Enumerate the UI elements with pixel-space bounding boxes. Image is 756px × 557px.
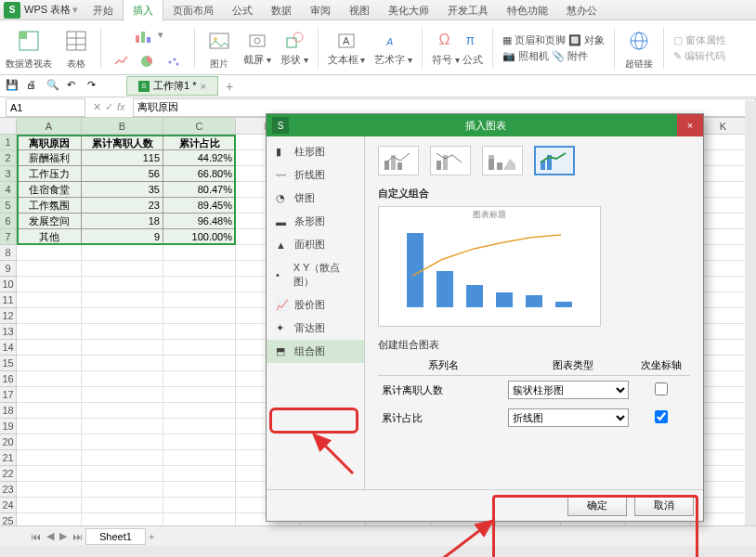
close-icon[interactable]: × xyxy=(200,81,205,92)
cell[interactable] xyxy=(17,324,82,340)
ribbon-pivot-table[interactable]: 数据透视表 xyxy=(6,26,52,71)
row-header[interactable]: 11 xyxy=(0,292,17,308)
chart-type-item[interactable]: ✦雷达图 xyxy=(267,317,364,340)
name-box[interactable]: A1 xyxy=(6,98,85,117)
row-header[interactable]: 4 xyxy=(0,182,17,198)
cell[interactable]: 工作氛围 xyxy=(17,198,82,214)
row-header[interactable]: 22 xyxy=(0,466,17,482)
cell[interactable] xyxy=(163,403,236,419)
cell[interactable] xyxy=(163,308,236,324)
col-header-A[interactable]: A xyxy=(17,118,82,134)
cell[interactable] xyxy=(82,308,163,324)
cell[interactable]: 工作压力 xyxy=(17,166,82,182)
sheet-tab[interactable]: Sheet1 xyxy=(85,528,146,545)
row-header[interactable]: 12 xyxy=(0,308,17,324)
row-header[interactable]: 15 xyxy=(0,356,17,371)
dialog-titlebar[interactable]: S 插入图表 × xyxy=(267,114,703,136)
cell[interactable]: 发展空间 xyxy=(17,214,82,229)
cell[interactable]: 100.00% xyxy=(163,229,236,245)
ribbon-wordart[interactable]: A 艺术字 ▾ xyxy=(374,29,412,67)
doc-tab[interactable]: S 工作簿1 * × xyxy=(126,76,218,96)
cell[interactable] xyxy=(82,356,163,371)
menu-tab-慧办公[interactable]: 慧办公 xyxy=(557,0,606,21)
cancel-button[interactable]: 取消 xyxy=(634,496,694,516)
row-header[interactable]: 2 xyxy=(0,150,17,166)
cell[interactable]: 累计离职人数 xyxy=(82,135,163,150)
cell[interactable]: 薪酬福利 xyxy=(17,150,82,166)
cell[interactable] xyxy=(17,434,82,450)
cell[interactable] xyxy=(17,292,82,308)
row-header[interactable]: 23 xyxy=(0,482,17,498)
cell[interactable] xyxy=(17,308,82,324)
row-header[interactable]: 19 xyxy=(0,419,17,434)
subtype-thumb[interactable] xyxy=(430,146,471,175)
cell[interactable] xyxy=(82,403,163,419)
cell[interactable] xyxy=(82,419,163,434)
row-header[interactable]: 6 xyxy=(0,214,17,229)
series-type-select[interactable]: 簇状柱形图 xyxy=(508,381,629,399)
cell[interactable] xyxy=(82,466,163,482)
cell[interactable]: 23 xyxy=(82,198,163,214)
cell[interactable]: 89.45% xyxy=(163,198,236,214)
ribbon-screenshot[interactable]: 截屏 ▾ xyxy=(243,29,271,67)
confirm-fx-icon[interactable]: ✓ xyxy=(105,101,113,113)
cell[interactable] xyxy=(17,340,82,356)
cell[interactable] xyxy=(163,277,236,292)
row-header[interactable]: 24 xyxy=(0,498,17,513)
menu-tab-审阅[interactable]: 审阅 xyxy=(301,0,340,21)
app-dropdown-icon[interactable]: ▾ xyxy=(72,4,78,16)
cell[interactable] xyxy=(163,466,236,482)
cell[interactable] xyxy=(163,340,236,356)
chart-type-item[interactable]: •X Y（散点图） xyxy=(267,256,364,293)
row-header[interactable]: 20 xyxy=(0,434,17,450)
cancel-fx-icon[interactable]: ✕ xyxy=(93,101,101,113)
ribbon-picture[interactable]: 图片 xyxy=(204,26,234,71)
cell[interactable] xyxy=(82,387,163,403)
cell[interactable] xyxy=(163,245,236,261)
cell[interactable] xyxy=(17,403,82,419)
menu-tab-数据[interactable]: 数据 xyxy=(262,0,301,21)
cell[interactable] xyxy=(17,261,82,277)
chart-type-item[interactable]: ◔饼图 xyxy=(267,187,364,210)
menu-tab-公式[interactable]: 公式 xyxy=(223,0,262,21)
cell[interactable]: 累计占比 xyxy=(163,135,236,150)
cell[interactable] xyxy=(82,498,163,513)
row-header[interactable]: 21 xyxy=(0,450,17,466)
ribbon-header-footer-group[interactable]: ▦页眉和页脚 🔲对象 📷照相机 📎附件 xyxy=(502,33,605,63)
new-sheet-button[interactable]: + xyxy=(146,531,157,542)
subtype-thumb-selected[interactable] xyxy=(534,146,575,175)
cell[interactable] xyxy=(82,245,163,261)
select-all-corner[interactable] xyxy=(0,118,17,134)
menu-tab-插入[interactable]: 插入 xyxy=(123,0,163,21)
cell[interactable] xyxy=(82,292,163,308)
ok-button[interactable]: 确定 xyxy=(567,496,627,516)
cell[interactable] xyxy=(163,356,236,371)
sheet-nav-last[interactable]: ⏭ xyxy=(70,531,85,542)
row-header[interactable]: 7 xyxy=(0,229,17,245)
cell[interactable] xyxy=(163,324,236,340)
cell[interactable] xyxy=(163,419,236,434)
row-header[interactable]: 1 xyxy=(0,135,17,150)
menu-tab-视图[interactable]: 视图 xyxy=(340,0,379,21)
preview-icon[interactable]: 🔍 xyxy=(46,79,61,94)
cell[interactable] xyxy=(163,371,236,387)
redo-icon[interactable]: ↷ xyxy=(87,79,102,94)
menu-tab-开始[interactable]: 开始 xyxy=(84,0,123,21)
cell[interactable]: 其他 xyxy=(17,229,82,245)
subtype-thumb[interactable] xyxy=(482,146,523,175)
row-header[interactable]: 16 xyxy=(0,371,17,387)
undo-icon[interactable]: ↶ xyxy=(67,79,82,94)
cell[interactable]: 离职原因 xyxy=(17,135,82,150)
cell[interactable] xyxy=(17,450,82,466)
cell[interactable]: 住宿食堂 xyxy=(17,182,82,198)
menu-tab-美化大师[interactable]: 美化大师 xyxy=(379,0,438,21)
col-header-C[interactable]: C xyxy=(163,118,236,134)
col-header-B[interactable]: B xyxy=(82,118,163,134)
cell[interactable] xyxy=(163,387,236,403)
ribbon-symbol[interactable]: Ω π 符号 ▾ 公式 xyxy=(432,29,483,67)
cell[interactable] xyxy=(82,261,163,277)
chart-type-item[interactable]: ▲面积图 xyxy=(267,233,364,256)
menu-tab-开发工具[interactable]: 开发工具 xyxy=(438,0,498,21)
ribbon-shapes[interactable]: 形状 ▾ xyxy=(280,29,308,67)
secondary-axis-checkbox[interactable] xyxy=(655,410,668,423)
